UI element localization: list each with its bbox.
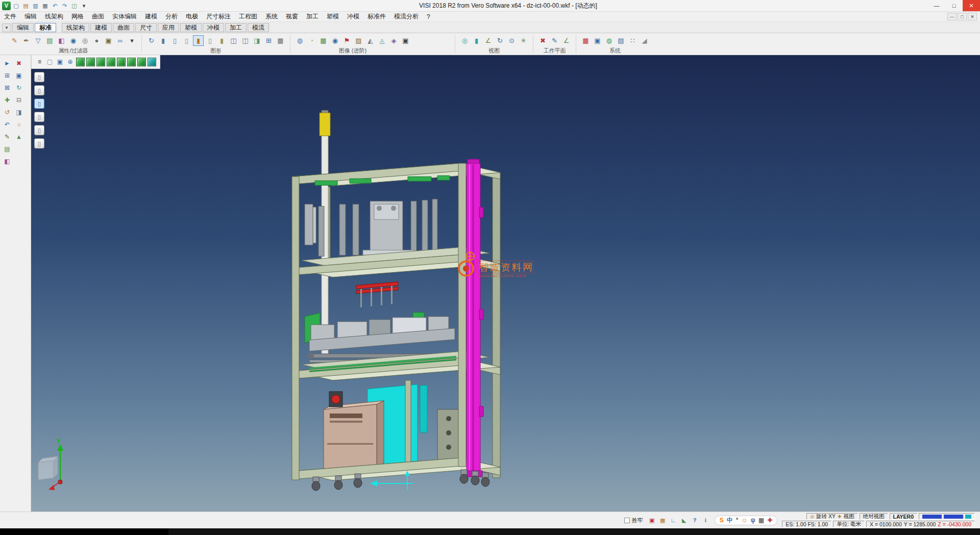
grid-toggle-icon[interactable]: ▦	[658, 516, 667, 525]
view-menu-icon[interactable]: ≡	[35, 58, 44, 66]
view-blank-icon[interactable]: ▢	[45, 58, 54, 66]
ime-lang-icon[interactable]: 中	[727, 516, 733, 525]
image-icon[interactable]: ▣	[592, 35, 603, 46]
ime-emoji-icon[interactable]: ☺	[742, 517, 748, 524]
pan-view-icon[interactable]: ✚	[3, 95, 12, 105]
reflection-icon[interactable]: ◬	[377, 35, 387, 46]
absolute-view-field[interactable]: 绝对视图	[860, 513, 888, 520]
flag-icon[interactable]: ⚑	[341, 35, 352, 46]
view-cube-right-icon[interactable]	[107, 58, 115, 66]
doc-close-button[interactable]: ✕	[968, 13, 977, 20]
zoom-fit-icon[interactable]: ⊠	[3, 83, 12, 92]
new-window-icon[interactable]: ⊞	[263, 35, 274, 46]
select-chain-icon[interactable]: ∞	[115, 35, 126, 46]
zoom-window-icon[interactable]: ⊞	[3, 71, 12, 80]
ortho-toggle-icon[interactable]: ∟	[669, 516, 678, 525]
assembly-panel-button[interactable]: ▯	[34, 99, 44, 109]
color-filter-icon[interactable]: ◧	[56, 35, 67, 46]
active-layer-field[interactable]: LAYER0	[890, 513, 917, 520]
sogou-logo-icon[interactable]: S	[720, 517, 724, 524]
undo-icon[interactable]: ↶	[51, 2, 59, 10]
ghost-mode-icon[interactable]: ▮	[216, 35, 227, 46]
dynamic-rotate-icon[interactable]: ↻	[146, 35, 157, 46]
viewport-canvas[interactable]: 智造资料网 MANUFACTURING DATA Y	[31, 55, 980, 512]
table-icon[interactable]: ▤	[616, 35, 626, 46]
qat-dropdown-icon[interactable]: ▾	[80, 2, 88, 10]
texture-icon[interactable]: ▨	[353, 35, 364, 46]
open-document-icon[interactable]: ▤	[21, 2, 30, 10]
view-cube-top-icon[interactable]	[86, 58, 95, 66]
help-status-icon[interactable]: ?	[691, 516, 699, 525]
filter-icon[interactable]: ▽	[33, 35, 43, 46]
clipboard-panel-button[interactable]: ▯	[34, 72, 44, 82]
edit-workplane-icon[interactable]: ✎	[549, 35, 560, 46]
materials-icon[interactable]: ▦	[318, 35, 329, 46]
new-document-icon[interactable]: ▢	[12, 2, 20, 10]
delete-icon[interactable]: ✖	[14, 59, 23, 68]
hide-element-icon[interactable]: ⊟	[14, 95, 23, 105]
point-icon[interactable]: ○	[14, 120, 23, 129]
rotate-view-icon[interactable]: ↺	[3, 108, 12, 117]
lock-toggle[interactable]: 拴牢	[624, 517, 643, 524]
view-cube-left-icon[interactable]	[127, 58, 136, 66]
tabbar-dropdown-icon[interactable]: ▼	[2, 23, 11, 32]
regen-icon[interactable]: ↻	[14, 83, 23, 92]
wireframe-mode-icon[interactable]: ▯	[169, 35, 180, 46]
visi-logo-icon[interactable]: V	[2, 2, 11, 10]
ime-toolbox-icon[interactable]: ✚	[767, 517, 772, 524]
iso-view-icon[interactable]: ◎	[459, 35, 470, 46]
maximize-button[interactable]: □	[945, 0, 963, 11]
measure-icon[interactable]: ∠	[483, 35, 494, 46]
lock-checkbox[interactable]	[624, 518, 630, 523]
workplane-angle-icon[interactable]: ∠	[561, 35, 572, 46]
viewport[interactable]: 智造资料网 MANUFACTURING DATA Y ≡▢▣⊕	[31, 55, 980, 512]
print-icon[interactable]: ▦	[41, 2, 50, 10]
units-field[interactable]: 单位: 毫米	[833, 521, 865, 527]
view-cube-iso-icon[interactable]	[76, 58, 85, 66]
view-cube-bottom-icon[interactable]	[137, 58, 146, 66]
change-attributes-icon[interactable]: ✒	[21, 35, 32, 46]
redo-icon[interactable]: ↷	[60, 2, 69, 10]
visibility-icon[interactable]: ◉	[68, 35, 79, 46]
minimize-button[interactable]: —	[928, 0, 945, 11]
layer-filter-icon[interactable]: ▤	[44, 35, 55, 46]
section-view-icon[interactable]: ◫	[228, 35, 239, 46]
ramp-icon[interactable]: ◢	[639, 35, 650, 46]
snap-icon[interactable]: ▲	[14, 132, 23, 141]
ime-keyboard-icon[interactable]: ▦	[758, 517, 764, 524]
center-view-icon[interactable]: ⊙	[506, 35, 517, 46]
transparent-mode-icon[interactable]: ▯	[205, 35, 215, 46]
shadow-icon[interactable]: ◭	[365, 35, 376, 46]
ime-mic-icon[interactable]: ψ	[751, 517, 755, 524]
grid-view-icon[interactable]: ▦	[275, 35, 286, 46]
doc-minimize-button[interactable]: —	[947, 13, 957, 20]
info-status-icon[interactable]: i	[701, 516, 710, 525]
attributes-icon[interactable]: ✎	[9, 35, 20, 46]
color-palette-icon[interactable]: ▦	[580, 35, 591, 46]
multi-view-icon[interactable]: ◫	[240, 35, 251, 46]
color-panel-icon[interactable]: ◧	[3, 157, 12, 166]
previous-view-icon[interactable]: ↶	[3, 120, 12, 129]
hidden-line-icon[interactable]: ▯	[181, 35, 192, 46]
shade-toggle-icon[interactable]: ◨	[14, 108, 23, 117]
compare-view-icon[interactable]: ◨	[252, 35, 262, 46]
machine-model[interactable]	[292, 110, 500, 491]
refresh-view-icon[interactable]: ✳	[518, 35, 529, 46]
globe-icon[interactable]: ◍	[604, 35, 615, 46]
blank-icon[interactable]: ◎	[80, 35, 90, 46]
lock-icon[interactable]: ▣	[103, 35, 114, 46]
view-select-icon[interactable]: ▣	[56, 58, 64, 66]
view-zoom-icon[interactable]: ⊕	[66, 58, 75, 66]
rotate-view-icon[interactable]: ↻	[495, 35, 505, 46]
save-document-icon[interactable]: ▥	[31, 2, 40, 10]
render-settings-icon[interactable]: ◍	[295, 35, 305, 46]
properties-icon[interactable]: ▣	[14, 71, 23, 80]
unblank-icon[interactable]: ●	[91, 35, 102, 46]
shaded-mode-icon[interactable]: ▮	[158, 35, 168, 46]
dynamic-view-icon[interactable]: ▮	[471, 35, 482, 46]
views-panel-button[interactable]: ▯	[34, 138, 44, 149]
plane-indicator-icon[interactable]: ◣	[680, 516, 689, 525]
filter-dropdown-icon[interactable]: ▾	[127, 35, 137, 46]
close-button[interactable]: ✕	[963, 0, 980, 11]
layer-color-3[interactable]	[965, 515, 971, 519]
